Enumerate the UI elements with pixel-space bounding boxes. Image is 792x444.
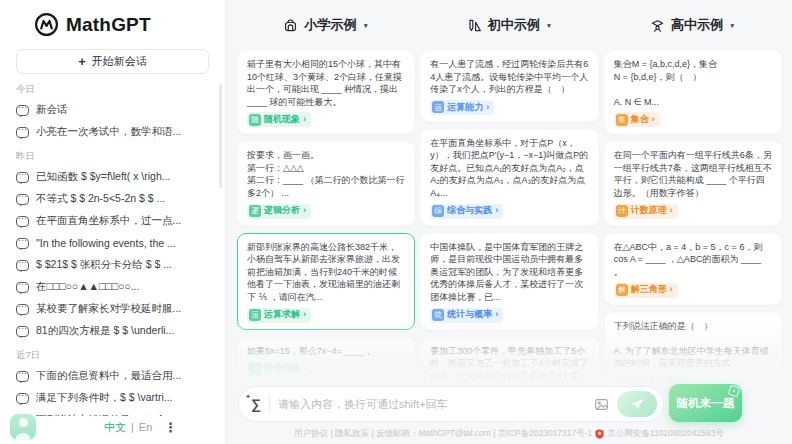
footer-links[interactable]: 用户协议 | 隐私政策 | 反馈邮箱：MathGPT@tal.com | 京IC… [294,428,592,440]
skill-tag[interactable]: 逻逻辑分析› [247,204,311,219]
card-question: 中国体操队，是中国体育军团的王牌之师，是目前现役中国运动员中拥有最多奥运冠军的团… [430,241,588,304]
example-card[interactable]: 在△ABC中，a = 4，b = 5，c = 6，则 cos A = ____ … [604,233,782,305]
skill-tag[interactable]: 统统计与概率› [430,308,503,323]
example-card-highlighted[interactable]: 新邵到张家界的高速公路长382千米，小杨自驾车从新邵去张家界旅游，出发前把油箱加… [237,233,415,330]
example-card[interactable]: 在同一个平面内有一组平行线共6条，另一组平行线共7条，这两组平行线相互不平行，则… [604,141,782,225]
chat-bubble-icon [16,127,29,138]
skill-tag[interactable]: 运运算求解› [247,308,311,323]
section-label-today: 今日 [0,76,225,99]
message-input[interactable] [278,398,586,410]
conversation-item[interactable]: 在□□□○○▲▲□□□○○... [0,276,225,298]
tag-badge-icon: 综 [432,205,444,217]
example-card[interactable]: 集合M = {a,b,c,d,e}，集合 N = {b,d,e}，则（ ） A.… [604,50,782,134]
column-title: 高中示例 [671,16,723,34]
skill-tag[interactable]: 解解三角形› [614,283,678,298]
graduation-cap-icon [650,18,665,33]
conversation-item[interactable]: 新会话 [0,99,225,121]
card-question: 下列说法正确的是（ ） A. 为了了解东北地区中学生每天体育锻炼的时间，应采用普… [614,320,772,370]
conversation-item[interactable]: $ $21$ $ 张积分卡分给 $ $ ... [0,254,225,276]
skill-tag[interactable]: 运运算能力› [430,100,494,115]
chat-bubble-icon [16,326,29,337]
conversation-item[interactable]: 某校要了解家长对学校延时服... [0,298,225,320]
user-avatar[interactable] [10,414,36,440]
sidebar-scrollbar[interactable] [219,84,222,188]
example-card[interactable]: 要加工300个零件，甲先单独加工了5小时，然后又与乙一起加工了4小时完成了任务。… [420,337,598,384]
tag-badge-icon: 统 [432,309,444,321]
skill-tag[interactable]: 综综合与实践› [430,204,503,219]
example-card[interactable]: 箱子里有大小相同的15个小球，其中有10个红球、3个黄球、2个白球，任意摸出一个… [237,50,415,134]
conversation-item[interactable]: 在平面直角坐标系中，过一点... [0,210,225,232]
skill-tag[interactable]: 统统计与概率› [614,374,687,384]
chat-bubble-icon [16,194,29,205]
card-question: 新邵到张家界的高速公路长382千米，小杨自驾车从新邵去张家界旅游，出发前把油箱加… [247,241,405,304]
example-card[interactable]: 有一人患了流感，经过两轮传染后共有64人患了流感。设每轮传染中平均一个人传染了x… [420,50,598,122]
lang-zh[interactable]: 中文 [104,420,126,435]
lang-en[interactable]: En [139,421,152,433]
card-question: 箱子里有大小相同的15个小球，其中有10个红球、3个黄球、2个白球，任意摸出一个… [247,58,405,108]
police-badge-icon [595,429,604,439]
chevron-right-icon: › [303,114,306,126]
conversation-item[interactable]: 不等式 $ $ 2n-5<5-2n $ $ ... [0,188,225,210]
conversation-item[interactable]: "In the following events, the ... [0,232,225,254]
example-card[interactable]: 在平面直角坐标系中，对于点P（x，y），我们把点P′(y−1，−x−1)叫做点P… [420,129,598,226]
chevron-right-icon: › [303,309,306,321]
conversation-item[interactable]: 下面的信息资料中，最适合用... [0,365,225,387]
middle-school-dropdown[interactable]: 初中示例 ▼ [420,0,598,50]
chevron-right-icon: › [670,205,673,217]
lang-divider: | [131,421,134,433]
upload-image-icon[interactable] [594,397,609,412]
chevron-right-icon: › [486,102,489,114]
card-question: 在平面直角坐标系中，对于点P（x，y），我们把点P′(y−1，−x−1)叫做点P… [430,137,588,200]
example-card[interactable]: 下列说法正确的是（ ） A. 为了了解东北地区中学生每天体育锻炼的时间，应采用普… [604,312,782,384]
message-input-bar: ∑ [238,386,664,422]
card-question: 在同一个平面内有一组平行线共6条，另一组平行线共7条，这两组平行线相互不平行，则… [614,149,772,199]
chat-bubble-icon [16,105,29,116]
tag-badge-icon: 运 [249,309,261,321]
card-question: 要加工300个零件，甲先单独加工了5小时，然后又与乙一起加工了4小时完成了任务。… [430,345,588,384]
elementary-dropdown[interactable]: 小学示例 ▼ [237,0,415,50]
tag-badge-icon: 计 [616,205,628,217]
formula-icon[interactable]: ∑ [251,396,261,412]
skill-tag[interactable]: 随随机现象› [247,112,311,127]
chevron-right-icon: › [303,363,306,375]
chevron-right-icon: › [303,205,306,217]
send-button[interactable] [617,391,657,417]
conversation-item[interactable]: 81的四次方根是 $ $ \underli... [0,320,225,342]
main-area: 小学示例 ▼ 箱子里有大小相同的15个小球，其中有10个红球、3个黄球、2个白球… [226,0,792,444]
new-chat-button[interactable]: + 开始新会话 [16,49,209,74]
skill-tag[interactable]: 符符号代换› [247,362,311,377]
skill-tag[interactable]: 集集合› [614,112,660,127]
footer-police-record[interactable]: 京公网安备11010802042583号 [607,428,724,440]
skill-tag[interactable]: 计计数原理› [614,204,678,219]
high-school-dropdown[interactable]: 高中示例 ▼ [604,0,782,50]
card-question: 在△ABC中，a = 4，b = 5，c = 6，则 cos A = ____ … [614,241,772,279]
mathgpt-logo-icon [34,12,59,37]
more-menu-icon[interactable]: ⋮ [164,420,177,435]
column-title: 初中示例 [488,16,540,34]
column-elementary: 小学示例 ▼ 箱子里有大小相同的15个小球，其中有10个红球、3个黄球、2个白球… [237,0,415,384]
random-question-button[interactable]: 随机来一题 [669,384,742,422]
tag-badge-icon: 集 [616,114,628,126]
tag-badge-icon: 运 [432,101,444,113]
conversation-item[interactable]: 满足下列条件时，$ $ \vartri... [0,387,225,409]
app-title: MathGPT [66,14,151,36]
random-question-label: 随机来一题 [677,396,735,411]
chat-bubble-icon [16,371,29,382]
conversation-item[interactable]: 小亮在一次考试中，数学和语... [0,121,225,143]
chevron-down-icon: ▼ [546,22,552,29]
column-middle-school: 初中示例 ▼ 有一人患了流感，经过两轮传染后共有64人患了流感。设每轮传染中平均… [420,0,598,384]
chevron-right-icon: › [495,205,498,217]
example-columns: 小学示例 ▼ 箱子里有大小相同的15个小球，其中有10个红球、3个黄球、2个白球… [226,0,792,384]
input-divider [269,396,270,412]
tag-badge-icon: 符 [249,363,261,375]
card-question: 按要求，画一画。 第一行：△△△ 第二行：____ （第二行的个数比第一行多2个… [247,149,405,199]
card-question: 有一人患了流感，经过两轮传染后共有64人患了流感。设每轮传染中平均一个人传染了x… [430,58,588,96]
card-question: 如果5x=15，那么7x−4= ____ 。 [247,345,405,358]
example-card[interactable]: 如果5x=15，那么7x−4= ____ 。 符符号代换› [237,337,415,384]
chat-bubble-icon [16,304,29,315]
tag-badge-icon: 解 [616,284,628,296]
example-card[interactable]: 中国体操队，是中国体育军团的王牌之师，是目前现役中国运动员中拥有最多奥运冠军的团… [420,233,598,330]
example-card[interactable]: 按要求，画一画。 第一行：△△△ 第二行：____ （第二行的个数比第一行多2个… [237,141,415,225]
conversation-item[interactable]: 已知函数 $ $y=f\left( x \righ... [0,166,225,188]
backpack-icon [283,18,298,33]
